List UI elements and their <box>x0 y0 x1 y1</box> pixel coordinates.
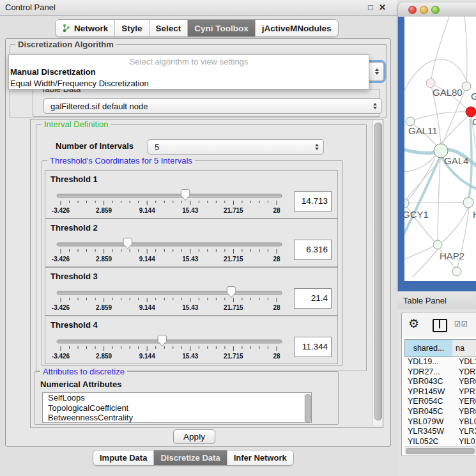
numerical-attributes-list[interactable]: SelfLoopsTopologicalCoefficientBetweenne… <box>42 392 312 423</box>
algorithm-dropdown-popup: Select algorithm to view settings Manual… <box>8 54 369 89</box>
scrollbar-thumb[interactable] <box>406 448 475 454</box>
cell-name: YBL0 <box>459 417 476 426</box>
algorithm-option-manual-discretization[interactable]: Manual Discretization <box>9 66 369 78</box>
slider-thumb[interactable] <box>227 287 236 298</box>
tab-label: jActiveMNodules <box>262 24 332 33</box>
float-window-icon[interactable]: □ <box>368 3 373 12</box>
node-label: GA <box>471 91 476 102</box>
attributes-scrollbar[interactable] <box>304 394 311 422</box>
tab-jactivemnodules[interactable]: jActiveMNodules <box>256 20 338 36</box>
cell-name: YBR0 <box>459 407 476 416</box>
settings-vertical-scrollbar[interactable] <box>372 120 382 426</box>
svg-text:-3.426: -3.426 <box>52 304 70 311</box>
column-header-shared[interactable]: shared... <box>404 339 453 357</box>
network-node[interactable] <box>452 267 461 276</box>
network-canvas[interactable]: GAL80GACGAL11GAL4GCY1HHAP2 <box>404 17 476 281</box>
threshold-value-field[interactable]: 6.316 <box>294 240 332 260</box>
svg-text:28: 28 <box>273 353 280 360</box>
zoom-traffic-light[interactable] <box>431 6 440 14</box>
tab-label: Infer Network <box>234 453 287 463</box>
network-node-gal11[interactable] <box>406 117 415 126</box>
scrollbar-thumb[interactable] <box>374 123 382 420</box>
algorithm-options: Manual DiscretizationEqual Width/Frequen… <box>9 66 369 89</box>
attribute-item-selfloops[interactable]: SelfLoops <box>43 393 311 403</box>
control-panel-tabs: NetworkStyleSelectCyni ToolboxjActiveMNo… <box>55 19 339 37</box>
settings-scroll-pane: Interval Definition Number of Intervals … <box>30 119 383 428</box>
cyni-bottom-tabs: Impute DataDiscretize DataInfer Network <box>93 450 294 466</box>
svg-text:21.715: 21.715 <box>224 207 243 214</box>
svg-text:21.715: 21.715 <box>224 353 243 360</box>
table-row[interactable]: YDL19...YDL1 <box>404 357 476 367</box>
scrollbar-thumb[interactable] <box>305 394 311 422</box>
svg-text:28: 28 <box>273 207 280 214</box>
node-label: GAL4 <box>444 155 468 166</box>
tab-label: Discretize Data <box>160 453 220 463</box>
table-window: ⚙ ☑☑ shared... na YDL19...YDL1YDR27...YD… <box>401 312 476 456</box>
network-node-ga[interactable] <box>462 82 471 91</box>
threshold-label: Threshold 4 <box>50 320 98 330</box>
threshold-value-field[interactable]: 11.344 <box>294 337 332 357</box>
bottom-tab-discretize-data[interactable]: Discretize Data <box>154 450 227 465</box>
threshold-slider[interactable]: -3.4262.8599.14415.4321.71528 <box>56 187 286 215</box>
network-node-gal80[interactable] <box>426 79 435 88</box>
minimize-traffic-light[interactable] <box>420 6 428 14</box>
checkbox-filter-icons[interactable]: ☑☑ <box>454 320 468 328</box>
table-row[interactable]: YBR045CYBR0 <box>404 407 476 417</box>
table-row[interactable]: YPR145WYPR1 <box>404 387 476 397</box>
number-of-intervals-label: Number of Intervals <box>56 141 134 151</box>
threshold-slider[interactable]: -3.4262.8599.14415.4321.71528 <box>56 333 286 361</box>
cell-shared-name: YLR345W <box>408 427 444 436</box>
network-node-h[interactable] <box>463 197 473 208</box>
table-row[interactable]: YLR345WYLR3 <box>404 427 476 437</box>
node-label: H <box>473 209 476 220</box>
close-panel-icon[interactable]: ✕ <box>379 3 386 12</box>
tab-label: Select <box>156 24 181 33</box>
table-row[interactable]: YDR27...YDR2 <box>404 367 476 378</box>
svg-text:-3.426: -3.426 <box>52 353 70 360</box>
network-window-titlebar[interactable] <box>398 3 476 17</box>
threshold-panel-2: Threshold 2-3.4262.8599.14415.4321.71528… <box>45 219 338 267</box>
table-data-combo[interactable]: galFiltered.sif default node <box>43 98 382 114</box>
slider-thumb[interactable] <box>158 335 167 346</box>
cell-shared-name: YPR145W <box>408 387 445 396</box>
attribute-item-betweennesscentrality[interactable]: BetweennessCentrality <box>43 413 311 423</box>
bottom-tab-infer-network[interactable]: Infer Network <box>227 450 293 465</box>
threshold-value-field[interactable]: 14.713 <box>294 191 332 211</box>
thresholds-coordinates-group: Threshold's Coordinates for 5 Intervals … <box>42 160 343 366</box>
bottom-tab-impute-data[interactable]: Impute Data <box>93 450 154 465</box>
network-node-hap2[interactable] <box>433 240 442 249</box>
slider-thumb[interactable] <box>123 238 132 249</box>
network-nodes: GAL80GACGAL11GAL4GCY1HHAP2 <box>404 79 476 276</box>
svg-text:2.859: 2.859 <box>96 256 112 263</box>
table-row[interactable]: YER054CYER0 <box>404 397 476 407</box>
algorithm-option-equal-width-frequency-discretization[interactable]: Equal Width/Frequency Discretization <box>9 78 369 89</box>
apply-button[interactable]: Apply <box>173 429 215 444</box>
cell-shared-name: YBR043C <box>408 377 443 386</box>
control-panel-titlebar: Control Panel □ ✕ <box>0 0 397 16</box>
cell-name: YDL1 <box>459 357 476 366</box>
tab-style[interactable]: Style <box>115 20 149 36</box>
table-row[interactable]: YBR043CYBR0 <box>404 377 476 387</box>
close-traffic-light[interactable] <box>408 6 417 14</box>
threshold-value-field[interactable]: 21.4 <box>294 288 332 309</box>
column-split-icon[interactable] <box>433 319 447 332</box>
table-horizontal-scrollbar[interactable] <box>404 446 476 454</box>
threshold-slider[interactable]: -3.4262.8599.14415.4321.71528 <box>56 236 286 264</box>
table-row[interactable]: YBL079WYBL0 <box>404 417 476 427</box>
tab-select[interactable]: Select <box>150 20 188 36</box>
gear-icon[interactable]: ⚙ <box>408 317 419 331</box>
table-row[interactable]: YIL052CYIL0 <box>404 437 476 446</box>
number-of-intervals-combo[interactable]: 5 <box>148 139 324 155</box>
attribute-item-topologicalcoefficient[interactable]: TopologicalCoefficient <box>43 403 311 413</box>
svg-text:28: 28 <box>273 256 280 263</box>
svg-text:9.144: 9.144 <box>139 256 155 263</box>
column-header-name[interactable]: na <box>452 339 476 357</box>
tab-network[interactable]: Network <box>56 20 115 36</box>
cell-name: YER0 <box>459 397 476 406</box>
combo-arrows-icon <box>375 68 379 75</box>
tab-cyni-toolbox[interactable]: Cyni Toolbox <box>188 20 256 36</box>
threshold-slider[interactable]: -3.4262.8599.14415.4321.71528 <box>56 284 286 312</box>
slider-thumb[interactable] <box>181 190 190 201</box>
network-node-c[interactable] <box>466 107 476 117</box>
network-icon <box>62 24 71 33</box>
